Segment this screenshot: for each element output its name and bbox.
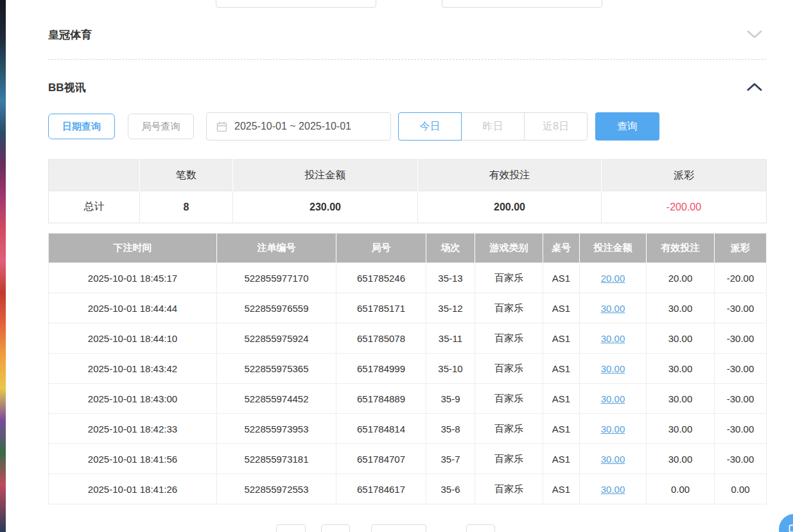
col-header-bet-id: 注单编号	[217, 234, 336, 263]
cell-table-no: AS1	[543, 444, 580, 474]
col-header-game-type: 游戏类别	[475, 234, 543, 263]
cell-bet-amount-link[interactable]: 30.00	[580, 414, 647, 444]
col-header-bet-time: 下注时间	[49, 234, 217, 263]
cell-payout: -30.00	[715, 323, 767, 354]
chevron-down-icon[interactable]	[747, 30, 766, 39]
section-crown-sports[interactable]: 皇冠体育	[48, 27, 766, 42]
section-title-crown: 皇冠体育	[48, 28, 92, 42]
cell-session: 35-6	[426, 474, 475, 504]
summary-table: 笔数 投注金额 有效投注 派彩 总计 8 230.00 200.00 -200.…	[48, 159, 767, 223]
content-area: 皇冠体育 BB视讯 日期查询 局号查询	[48, 0, 766, 532]
chevron-up-icon[interactable]	[747, 83, 766, 92]
quick-range-group: 今日 昨日 近8日	[398, 112, 588, 141]
cell-payout: -30.00	[715, 414, 767, 444]
sum-col-payout: 派彩	[602, 160, 767, 191]
cell-payout: -30.00	[715, 444, 767, 474]
cell-bet-id: 522855972553	[217, 474, 336, 504]
cell-bet-amount-link[interactable]: 20.00	[580, 263, 647, 293]
sum-col-valid-bet: 有效投注	[418, 160, 602, 191]
date-query-button[interactable]: 日期查询	[48, 114, 115, 139]
cell-round-id: 651784999	[336, 354, 426, 384]
cell-game-type: 百家乐	[475, 293, 543, 323]
cell-valid-bet: 30.00	[647, 384, 715, 414]
sum-total-valid-bet: 200.00	[418, 191, 602, 223]
cell-round-id: 651784814	[336, 414, 426, 444]
cell-bet-time: 2025-10-01 18:41:26	[49, 474, 217, 504]
yesterday-button[interactable]: 昨日	[461, 112, 525, 141]
cell-bet-amount-link[interactable]: 30.00	[580, 293, 647, 323]
cell-table-no: AS1	[543, 354, 580, 384]
cell-bet-time: 2025-10-01 18:41:56	[49, 444, 217, 474]
cell-bet-time: 2025-10-01 18:42:33	[49, 414, 217, 444]
cell-table-no: AS1	[543, 384, 580, 414]
detail-header-row: 下注时间 注单编号 局号 场次 游戏类别 桌号 投注金额 有效投注 派彩	[49, 234, 767, 263]
col-header-session: 场次	[426, 234, 475, 263]
cell-round-id: 651784707	[336, 444, 426, 474]
cell-bet-amount-link[interactable]: 30.00	[580, 474, 647, 504]
cell-bet-amount-link[interactable]: 30.00	[580, 444, 647, 474]
section-title-bb: BB视讯	[48, 80, 86, 95]
round-query-button[interactable]: 局号查询	[128, 114, 194, 139]
cell-table-no: AS1	[543, 323, 580, 354]
section-divider	[48, 59, 766, 60]
cell-session: 35-9	[426, 384, 475, 414]
cell-round-id: 651785246	[336, 263, 426, 293]
last-8-days-button[interactable]: 近8日	[524, 112, 588, 141]
sum-total-count: 8	[140, 191, 233, 223]
cell-table-no: AS1	[543, 293, 580, 323]
table-row: 2025-10-01 18:42:33 522855973953 6517848…	[49, 414, 767, 444]
cell-round-id: 651785078	[336, 323, 426, 354]
cell-bet-time: 2025-10-01 18:43:42	[49, 354, 217, 384]
page-viewport: 皇冠体育 BB视讯 日期查询 局号查询	[0, 0, 793, 532]
pagination-size-select[interactable]	[371, 524, 426, 532]
bet-table-body: 2025-10-01 18:45:17 522855977170 6517852…	[49, 263, 767, 504]
date-range-value: 2025-10-01 ~ 2025-10-01	[234, 121, 351, 132]
cell-valid-bet: 30.00	[647, 414, 715, 444]
cell-round-id: 651784889	[336, 384, 426, 414]
cell-game-type: 百家乐	[475, 323, 543, 354]
cell-payout: -30.00	[715, 354, 767, 384]
date-range-input[interactable]: 2025-10-01 ~ 2025-10-01	[206, 112, 391, 141]
col-header-round-id: 局号	[336, 234, 426, 263]
cell-valid-bet: 20.00	[647, 263, 715, 293]
today-button[interactable]: 今日	[398, 112, 462, 141]
sum-col-count: 笔数	[140, 160, 233, 191]
cell-bet-amount-link[interactable]: 30.00	[580, 384, 647, 414]
cell-bet-amount-link[interactable]: 30.00	[580, 323, 647, 354]
col-header-bet-amount: 投注金额	[580, 234, 647, 263]
customer-service-float-button[interactable]	[779, 514, 793, 532]
cell-bet-time: 2025-10-01 18:44:44	[49, 293, 217, 323]
calendar-icon	[216, 121, 227, 132]
summary-header-row: 笔数 投注金额 有效投注 派彩	[49, 160, 767, 191]
pagination	[48, 524, 766, 532]
cell-bet-id: 522855975365	[217, 354, 336, 384]
search-button[interactable]: 查询	[595, 112, 659, 141]
cell-valid-bet: 30.00	[647, 323, 715, 354]
table-row: 2025-10-01 18:45:17 522855977170 6517852…	[49, 263, 767, 293]
cell-bet-time: 2025-10-01 18:45:17	[49, 263, 217, 293]
sum-total-bet-amount: 230.00	[233, 191, 418, 223]
col-header-valid-bet: 有效投注	[647, 234, 715, 263]
cell-bet-id: 522855974452	[217, 384, 336, 414]
cell-valid-bet: 30.00	[647, 293, 715, 323]
background-image-sliver	[0, 0, 6, 532]
cell-game-type: 百家乐	[475, 384, 543, 414]
bet-detail-table: 下注时间 注单编号 局号 场次 游戏类别 桌号 投注金额 有效投注 派彩 202…	[48, 233, 767, 504]
summary-total-row: 总计 8 230.00 200.00 -200.00	[49, 191, 767, 223]
cell-round-id: 651785171	[336, 293, 426, 323]
cell-session: 35-10	[426, 354, 475, 384]
cell-payout: -30.00	[715, 293, 767, 323]
pagination-next-button[interactable]	[466, 524, 495, 532]
table-row: 2025-10-01 18:41:26 522855972553 6517846…	[49, 474, 767, 504]
cell-bet-id: 522855973953	[217, 414, 336, 444]
cell-valid-bet: 30.00	[647, 354, 715, 384]
sum-total-payout: -200.00	[602, 191, 767, 223]
sum-col-bet-amount: 投注金额	[233, 160, 418, 191]
section-bb-video[interactable]: BB视讯	[48, 79, 766, 96]
filter-row: 日期查询 局号查询 2025-10-01 ~ 2025-10-01 今日 昨日 …	[48, 112, 766, 141]
pagination-prev-button[interactable]	[276, 524, 306, 532]
cell-game-type: 百家乐	[475, 414, 543, 444]
cell-bet-time: 2025-10-01 18:44:10	[49, 323, 217, 354]
pagination-page-button[interactable]	[321, 524, 350, 532]
cell-bet-amount-link[interactable]: 30.00	[580, 354, 647, 384]
